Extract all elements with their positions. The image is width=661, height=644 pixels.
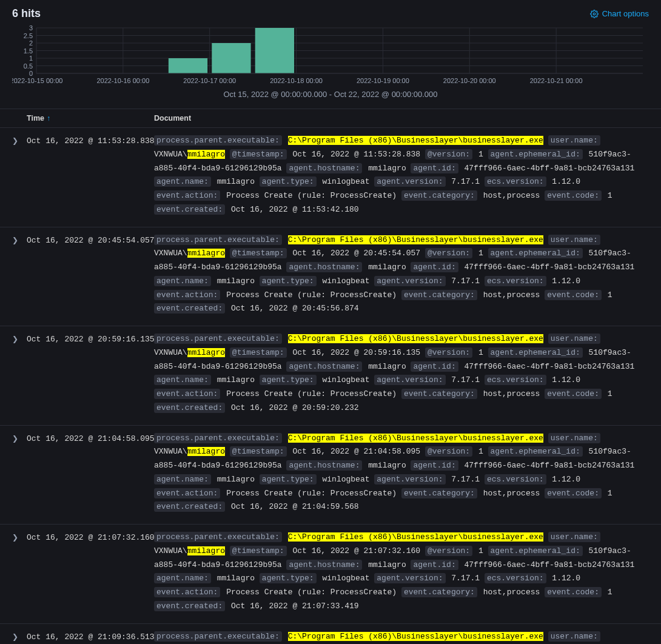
svg-text:2022-10-19 00:00: 2022-10-19 00:00 [357, 77, 409, 84]
expand-row-icon[interactable]: ❯ [12, 630, 27, 641]
time-cell: Oct 16, 2022 @ 20:59:16.135 [27, 332, 154, 344]
time-cell: Oct 16, 2022 @ 21:04:58.095 [27, 432, 154, 443]
expand-row-icon[interactable]: ❯ [12, 531, 27, 542]
document-cell: process.parent.executable: C:\Program Fi… [154, 531, 649, 614]
expand-row-icon[interactable]: ❯ [12, 432, 27, 443]
expand-row-icon[interactable]: ❯ [12, 233, 27, 244]
time-cell: Oct 16, 2022 @ 20:45:54.057 [27, 233, 154, 245]
document-cell: process.parent.executable: C:\Program Fi… [154, 630, 649, 645]
svg-text:2022-10-18 00:00: 2022-10-18 00:00 [270, 77, 323, 84]
svg-text:2022-10-21 00:00: 2022-10-21 00:00 [530, 77, 583, 84]
svg-text:0: 0 [29, 70, 33, 77]
chart-options-label: Chart options [602, 9, 649, 18]
time-cell: Oct 16, 2022 @ 21:07:32.160 [27, 531, 154, 542]
svg-rect-30 [212, 43, 250, 73]
svg-text:2022-10-16 00:00: 2022-10-16 00:00 [96, 77, 149, 84]
expand-row-icon[interactable]: ❯ [12, 134, 27, 145]
table-row: ❯Oct 16, 2022 @ 20:45:54.057process.pare… [0, 227, 661, 327]
column-time[interactable]: Time↑ [27, 114, 154, 122]
table-row: ❯Oct 16, 2022 @ 21:07:32.160process.pare… [0, 525, 661, 624]
document-cell: process.parent.executable: C:\Program Fi… [154, 432, 649, 515]
svg-text:2022-10-15 00:00: 2022-10-15 00:00 [12, 77, 62, 84]
time-cell: Oct 16, 2022 @ 21:09:36.513 [27, 630, 154, 642]
document-cell: process.parent.executable: C:\Program Fi… [154, 134, 649, 217]
svg-point-0 [593, 13, 596, 15]
column-document[interactable]: Document [154, 114, 649, 122]
hits-count: 6 hits [12, 7, 41, 20]
table-row: ❯Oct 16, 2022 @ 11:53:28.838process.pare… [0, 128, 661, 227]
sort-asc-icon: ↑ [47, 114, 50, 122]
svg-text:2022-10-17 00:00: 2022-10-17 00:00 [183, 77, 236, 84]
table-row: ❯Oct 16, 2022 @ 21:04:58.095process.pare… [0, 426, 661, 525]
svg-text:1.5: 1.5 [24, 47, 33, 55]
document-cell: process.parent.executable: C:\Program Fi… [154, 233, 649, 317]
svg-text:2.5: 2.5 [24, 32, 33, 39]
svg-rect-31 [255, 28, 294, 73]
histogram-chart[interactable]: 00.511.522.532022-10-15 00:002022-10-16 … [0, 25, 661, 109]
chart-range-label: Oct 15, 2022 @ 00:00:00.000 - Oct 22, 20… [12, 87, 649, 105]
time-cell: Oct 16, 2022 @ 11:53:28.838 [27, 134, 154, 146]
expand-row-icon[interactable]: ❯ [12, 332, 27, 343]
chart-options-button[interactable]: Chart options [590, 9, 649, 18]
table-row: ❯Oct 16, 2022 @ 20:59:16.135process.pare… [0, 326, 661, 426]
table-row: ❯Oct 16, 2022 @ 21:09:36.513process.pare… [0, 624, 661, 645]
svg-text:0.5: 0.5 [24, 62, 33, 70]
svg-text:3: 3 [29, 25, 33, 32]
svg-text:1: 1 [29, 55, 33, 62]
svg-text:2022-10-20 00:00: 2022-10-20 00:00 [443, 77, 496, 84]
document-cell: process.parent.executable: C:\Program Fi… [154, 332, 649, 415]
svg-rect-29 [169, 58, 207, 73]
table-header: Time↑ Document [0, 109, 661, 128]
svg-text:2: 2 [29, 39, 33, 47]
gear-icon [590, 10, 599, 18]
